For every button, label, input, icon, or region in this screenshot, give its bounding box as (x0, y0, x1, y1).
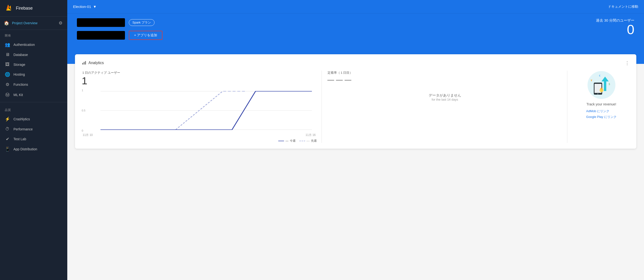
googleplay-link[interactable]: Google Play にリンク (586, 115, 616, 119)
admob-link[interactable]: AdMob にリンク (586, 109, 616, 113)
testlab-icon: ✔ (5, 136, 10, 142)
no-data-sub: for the last 14 days (328, 98, 562, 101)
active-users-label: １日のアクティブ ユーザー (82, 71, 317, 75)
settings-icon[interactable]: ⚙ (58, 19, 64, 27)
legend-this-week-text: 今週 (290, 139, 296, 143)
revenue-title: Track your revenue! (586, 102, 616, 106)
project-name: Election-01 (73, 4, 91, 9)
project-overview-section: 🏠 Project Overview ⚙ (0, 16, 67, 30)
svg-rect-1 (84, 62, 84, 65)
sidebar-item-database[interactable]: 🖥 Database (0, 50, 67, 59)
no-data-container: データがありません for the last 14 days (328, 93, 562, 101)
add-app-button[interactable]: + アプリを追加 (129, 31, 162, 40)
sidebar-divider (0, 102, 67, 102)
y-label-0: 0 (82, 129, 85, 132)
revenue-links: AdMob にリンク Google Play にリンク (586, 109, 616, 119)
storage-icon: 🖼 (5, 62, 10, 67)
chart-svg (82, 89, 317, 132)
svg-point-9 (598, 93, 598, 94)
x-label-end: 11月 16 (306, 133, 316, 137)
storage-label: Storage (14, 63, 25, 66)
users-count-number: 0 (596, 23, 634, 36)
revenue-illustration: ¥ $ € (587, 71, 616, 99)
chart-area: 1 0.5 0 (82, 89, 317, 137)
svg-text:€: € (599, 74, 600, 77)
svg-rect-2 (85, 61, 86, 65)
analytics-left-panel: １日のアクティブ ユーザー 1 1 0.5 0 (82, 71, 317, 143)
project-overview-label: Project Overview (12, 21, 38, 25)
svg-text:¥: ¥ (590, 79, 592, 82)
mlkit-icon: Ⓜ (5, 92, 10, 98)
retention-label: 定着率（１日目） (328, 71, 562, 75)
analytics-header: Analytics ⋮ (82, 60, 630, 66)
database-icon: 🖥 (5, 52, 10, 57)
analytics-title: Analytics (82, 60, 104, 65)
project-overview-link[interactable]: 🏠 Project Overview (4, 20, 58, 26)
legend-last-week-label: - - (306, 139, 309, 143)
quality-section-label: 品質 (0, 104, 67, 114)
sidebar-section-develop: 開発 👥 Authentication 🖥 Database 🖼 Storage… (0, 30, 67, 100)
sidebar-item-performance[interactable]: ⏱ Performance (0, 124, 67, 134)
sidebar-item-appdistribution[interactable]: 📱 App Distribution (0, 144, 67, 154)
appdistribution-icon: 📱 (5, 146, 10, 152)
analytics-title-text: Analytics (88, 61, 104, 65)
legend-solid-line (278, 141, 284, 141)
hosting-label: Hosting (14, 72, 25, 76)
legend-last-week: - - 先週 (300, 139, 316, 143)
analytics-card: Analytics ⋮ １日のアクティブ ユーザー 1 1 0.5 0 (75, 54, 636, 149)
sidebar-item-testlab[interactable]: ✔ Test Lab (0, 134, 67, 144)
analytics-center-panel: 定着率（１日目） — — — データがありません for the last 14… (322, 71, 562, 143)
performance-label: Performance (14, 127, 33, 131)
performance-icon: ⏱ (5, 127, 10, 132)
dropdown-arrow-icon[interactable]: ▼ (93, 4, 96, 9)
project-selector[interactable]: Election-01 ▼ (73, 4, 96, 9)
sidebar-header: Firebase (0, 0, 67, 16)
appdistribution-label: App Distribution (14, 147, 37, 151)
sidebar-item-mlkit[interactable]: Ⓜ ML Kit (0, 90, 67, 100)
authentication-icon: 👥 (5, 42, 10, 47)
firebase-logo (5, 4, 14, 12)
hero-row-1: Spark プラン (77, 18, 634, 27)
crashlytics-icon: ⚡ (5, 116, 10, 122)
revenue-widget: ¥ $ € Track your revenue! AdMob にリンク (573, 71, 630, 119)
develop-section-label: 開発 (0, 30, 67, 40)
retention-value: — — — (328, 76, 562, 84)
svg-rect-0 (82, 63, 83, 65)
hosting-icon: 🌐 (5, 72, 10, 77)
sidebar-item-storage[interactable]: 🖼 Storage (0, 59, 67, 69)
chart-x-labels: 11月 10 11月 16 (82, 133, 317, 137)
analytics-menu-icon[interactable]: ⋮ (625, 60, 630, 66)
spark-badge: Spark プラン (129, 19, 154, 26)
svg-text:$: $ (609, 83, 610, 85)
sidebar-item-functions[interactable]: ⚙ Functions (0, 79, 67, 90)
sidebar: Firebase 🏠 Project Overview ⚙ 開発 👥 Authe… (0, 0, 67, 280)
sidebar-item-crashlytics[interactable]: ⚡ Crashlytics (0, 114, 67, 124)
mlkit-label: ML Kit (14, 93, 23, 97)
active-users-value: 1 (82, 76, 317, 86)
home-icon: 🏠 (4, 20, 9, 26)
app-name-bar (77, 18, 125, 27)
analytics-body: １日のアクティブ ユーザー 1 1 0.5 0 (82, 71, 630, 143)
legend-this-week: ― 今週 (278, 139, 296, 143)
content-area: Analytics ⋮ １日のアクティブ ユーザー 1 1 0.5 0 (67, 49, 644, 280)
hero-row-2: + アプリを追加 (77, 31, 634, 40)
users-count-widget: 過去 30 分間のユーザー 0 (596, 18, 634, 36)
analytics-right-panel: ¥ $ € Track your revenue! AdMob にリンク (567, 71, 630, 143)
y-label-1: 1 (82, 89, 85, 92)
main-content: Election-01 ▼ ドキュメントに移動 過去 30 分間のユーザー 0 … (67, 0, 644, 280)
chart-legend: ― 今週 - - 先週 (82, 139, 317, 143)
docs-link[interactable]: ドキュメントに移動 (608, 4, 638, 9)
analytics-chart-icon (82, 60, 86, 65)
legend-last-week-text: 先週 (311, 139, 317, 143)
functions-label: Functions (14, 83, 28, 86)
topbar-left: Election-01 ▼ (73, 4, 96, 9)
database-label: Database (14, 53, 28, 57)
crashlytics-label: Crashlytics (14, 117, 30, 121)
app-title: Firebase (16, 6, 33, 11)
legend-this-week-label: ― (286, 139, 288, 143)
legend-dashed-line (300, 141, 305, 141)
sidebar-section-quality: 品質 ⚡ Crashlytics ⏱ Performance ✔ Test La… (0, 104, 67, 154)
sidebar-item-authentication[interactable]: 👥 Authentication (0, 40, 67, 50)
sidebar-item-hosting[interactable]: 🌐 Hosting (0, 69, 67, 79)
no-data-text: データがありません (328, 93, 562, 98)
